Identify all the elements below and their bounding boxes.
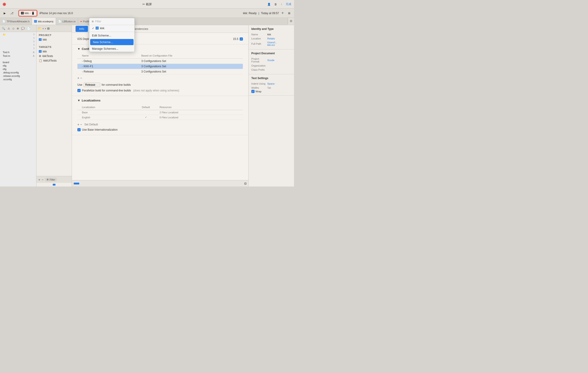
done-button[interactable]: 完成 <box>286 2 291 6</box>
name-value: kkk <box>267 33 291 36</box>
location-label: Location <box>251 37 267 40</box>
popover-scheme-item[interactable]: ✓ 🅰 kkk <box>89 25 135 31</box>
target-kkk-label: kkk <box>43 50 47 53</box>
comment-icon[interactable]: 💬 <box>21 26 25 30</box>
inspector-toggle[interactable]: ⊡ <box>288 18 294 24</box>
file-item-3[interactable]: ? <box>0 40 36 44</box>
add-tab-button[interactable]: + <box>280 10 285 16</box>
file-item-config1[interactable]: nfig <box>0 64 36 68</box>
localizations-title: Localizations <box>82 99 100 102</box>
project-format-label: Project Format <box>251 58 267 63</box>
project-format-row: Project Format Xcode <box>251 57 291 64</box>
filter-icon: ⊕ <box>47 178 49 181</box>
add-loc-button[interactable]: + <box>77 123 79 126</box>
config-row-kkkf1[interactable]: ›KKK-F1 3 Configurations Set <box>77 64 243 69</box>
widths-value: Tab <box>267 87 291 89</box>
config-kkkf1-value: 3 Configurations Set <box>141 65 243 68</box>
device-name[interactable]: iPhone 14 pro max ios 16.0 <box>38 11 75 16</box>
user-icon: 👤 <box>267 3 271 6</box>
add-config-button[interactable]: + <box>77 76 79 80</box>
popover-manage-schemes[interactable]: Manage Schemes... <box>89 46 135 52</box>
file-item[interactable]: 📁 ? <box>0 33 36 37</box>
nav-right-icon[interactable]: › <box>45 27 46 30</box>
config-row-debug[interactable]: ›Debug 3 Configurations Set <box>77 59 243 64</box>
search-icon[interactable]: 🔍 <box>1 26 6 30</box>
file-item-xcconfig[interactable]: .xcconfig <box>0 78 36 81</box>
nav-item-kkk-project[interactable]: 🅰 kkk <box>37 37 72 42</box>
file-item-7[interactable]: Tool.m A <box>0 54 36 58</box>
use-select[interactable]: Release Debug <box>84 82 100 87</box>
localizations-header[interactable]: ▼ Localizations <box>77 99 243 102</box>
remove-target-button[interactable]: − <box>42 178 43 181</box>
deployment-value: 15.5 <box>233 37 238 40</box>
file-item-6[interactable]: Tool.h A <box>0 50 36 54</box>
nav-item-kkk-target[interactable]: 🅰 kkk <box>37 49 72 54</box>
file-item-board[interactable]: board <box>0 60 36 64</box>
device-icon: 📱 <box>31 12 35 15</box>
popover-edit-scheme[interactable]: Edit Scheme... <box>89 32 135 39</box>
location-value: Relativ <box>267 37 291 40</box>
bottom-indicator <box>74 183 79 184</box>
tab-tpshare[interactable]: 📄 TPShareAllHeader.h <box>0 18 32 25</box>
file-item-debug[interactable]: .debug.xcconfig <box>0 71 36 74</box>
nav-folder-icon: 📁 <box>38 27 41 30</box>
nav-item-kkkuitests[interactable]: 📋 kkkUITests <box>37 58 72 63</box>
source-control-button[interactable]: ⎇ <box>9 10 15 16</box>
source-icon[interactable]: ⊕ <box>16 26 19 30</box>
title-bar-title: ✂ 截屏 <box>142 2 152 6</box>
uitests-icon: 📋 <box>39 59 42 62</box>
scheme-selector[interactable]: 🅰 kkk › 📱 <box>19 10 37 16</box>
status-area: kkk: Ready | Today at 09:57 <box>243 12 279 15</box>
localizations-section: ▼ Localizations Localization Default Res… <box>72 96 248 135</box>
identity-title: Identity and Type <box>251 27 291 30</box>
config-debug-value: 3 Configurations Set <box>141 60 243 63</box>
target-icon: 🅰 <box>39 50 42 53</box>
nav-left-icon[interactable]: ‹ <box>43 27 44 30</box>
add-target-button[interactable]: + <box>38 178 40 181</box>
file-sidebar: 🔍 ⚠ ◇ ⊕ 💬 📄 📁 ? ? ? ? <box>0 25 37 186</box>
class-prefix-row: Class Prefix <box>251 68 291 72</box>
warning-icon[interactable]: ⚠ <box>7 26 10 30</box>
config-row-release[interactable]: ›Release 3 Configurations Set <box>77 69 243 74</box>
remove-loc-button[interactable]: − <box>80 123 82 126</box>
loc-row-base[interactable]: Base 2 Files Localized <box>77 110 243 115</box>
run-button[interactable]: ▶ <box>2 10 8 16</box>
close-button[interactable]: ✕ <box>3 3 6 6</box>
tab-kkk-xcodeproj[interactable]: 🅰 kkk.xcodeproj <box>32 18 56 25</box>
tab-podfile-icon: ♥ <box>80 20 82 23</box>
file-item-release[interactable]: .release.xcconfig <box>0 74 36 78</box>
use-base-intl-checkbox[interactable]: ✓ <box>77 128 81 131</box>
wrap-checkbox[interactable]: ✓ <box>251 90 254 93</box>
popover-divider-1 <box>89 32 135 32</box>
sidebar-toolbar: 🔍 ⚠ ◇ ⊕ 💬 📄 <box>0 25 36 32</box>
widths-row: Widths Tab <box>251 86 291 90</box>
loc-col-lang-header: Localization <box>77 106 132 109</box>
loc-row-english[interactable]: English ✓ 0 Files Localized <box>77 115 243 120</box>
nav-bottom-bar: + − ⊕ Filter <box>37 176 72 183</box>
file-item-5[interactable]: ? <box>0 47 36 50</box>
deployment-checkbox[interactable]: ✓ <box>240 37 243 40</box>
right-panel-toggle[interactable]: ⊞ <box>286 10 292 16</box>
file-item-config2[interactable]: nfig <box>0 68 36 71</box>
popover-new-scheme[interactable]: New Scheme... <box>90 39 134 45</box>
tab-lbbutton[interactable]: 📄 LBButton.m <box>56 18 78 25</box>
tab-kkk-icon: 🅰 <box>34 20 37 23</box>
config-col-value-header: Based on Configuration File <box>141 54 243 57</box>
chevron-right-icon: › <box>30 12 30 14</box>
tab-info[interactable]: Info <box>75 26 88 32</box>
nav-item-kkktests[interactable]: ⚙ kkkTests <box>37 54 72 58</box>
target-tests-label: kkkTests <box>42 54 53 58</box>
document-icon[interactable]: 📄 <box>26 26 31 30</box>
file-item-2[interactable]: ? <box>0 37 36 40</box>
title-bar-right: 👤 🗑 ↑ 完成 <box>267 2 291 6</box>
nav-panel-icon[interactable]: ⊟ <box>47 27 50 30</box>
file-item-4[interactable]: ? <box>0 44 36 47</box>
popover-search-icon: ⊕ <box>92 20 94 23</box>
filter-input[interactable]: ⊕ Filter <box>45 178 57 181</box>
loc-base-name: Base <box>77 111 132 114</box>
share-icon: ↑ <box>281 3 282 6</box>
parallelize-checkbox[interactable]: ✓ <box>77 89 81 92</box>
text-settings-section: Text Settings Indent Using Space: Widths… <box>249 74 294 96</box>
bookmark-icon[interactable]: ◇ <box>12 26 15 30</box>
remove-config-button[interactable]: − <box>80 76 82 80</box>
